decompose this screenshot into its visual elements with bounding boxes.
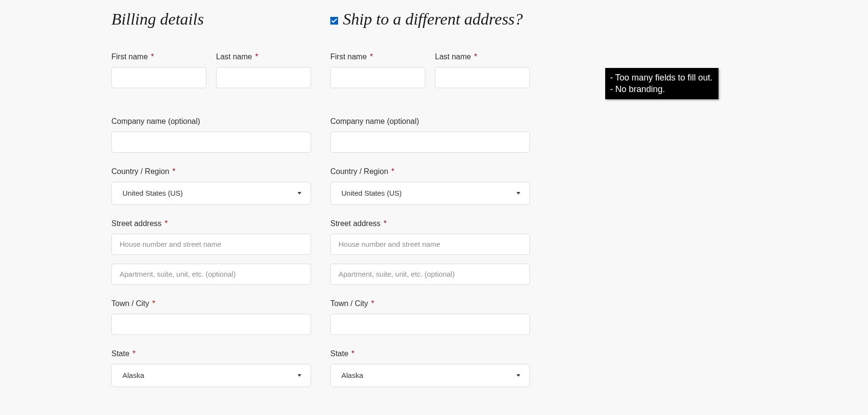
required-marker: * — [370, 53, 373, 61]
required-marker: * — [352, 349, 354, 358]
billing-country-label: Country / Region * — [111, 167, 311, 176]
shipping-last-name-input[interactable] — [435, 67, 530, 88]
billing-state-field: State * Alaska — [111, 349, 311, 387]
billing-street-label: Street address * — [111, 219, 311, 228]
label-text: Street address — [111, 219, 162, 228]
shipping-country-field: Country / Region * United States (US) — [330, 167, 530, 205]
shipping-city-label: Town / City * — [330, 299, 530, 308]
label-text: First name — [330, 53, 367, 61]
billing-company-field: Company name (optional) — [111, 117, 311, 153]
shipping-city-input[interactable] — [330, 314, 530, 335]
select-value: Alaska — [122, 371, 144, 379]
billing-state-label: State * — [111, 349, 311, 358]
billing-street1-input[interactable] — [111, 234, 311, 255]
shipping-state-field: State * Alaska — [330, 349, 530, 387]
required-marker: * — [165, 219, 168, 228]
billing-first-name-input[interactable] — [111, 67, 206, 88]
billing-last-name-label: Last name * — [216, 53, 311, 61]
shipping-country-select[interactable]: United States (US) — [330, 182, 530, 205]
billing-city-field: Town / City * — [111, 299, 311, 335]
billing-last-name-input[interactable] — [216, 67, 311, 88]
shipping-section: Ship to a different address? First name … — [330, 10, 530, 387]
ship-different-checkbox[interactable] — [330, 17, 338, 25]
required-marker: * — [151, 53, 154, 61]
label-text: Town / City — [111, 299, 149, 308]
annotation-line: - No branding. — [610, 83, 713, 95]
required-marker: * — [173, 167, 176, 175]
label-text: State — [330, 349, 348, 358]
required-marker: * — [474, 53, 477, 61]
label-text: Country / Region — [330, 167, 388, 175]
required-marker: * — [255, 53, 258, 61]
billing-section: Billing details First name * Last name *… — [111, 10, 311, 387]
label-text: First name — [111, 53, 148, 61]
shipping-street2-input[interactable] — [330, 264, 530, 285]
billing-state-select[interactable]: Alaska — [111, 364, 311, 387]
required-marker: * — [384, 219, 387, 228]
select-value: United States (US) — [341, 189, 402, 197]
annotation-line: - Too many fields to fill out. — [610, 72, 713, 83]
select-value: United States (US) — [122, 189, 183, 197]
label-text: Country / Region — [111, 167, 169, 175]
billing-street2-input[interactable] — [111, 264, 311, 285]
shipping-first-name-label: First name * — [330, 53, 425, 61]
shipping-street-label: Street address * — [330, 219, 530, 228]
select-value: Alaska — [341, 371, 363, 379]
label-text: Last name — [216, 53, 252, 61]
label-text: Last name — [435, 53, 471, 61]
label-text: State — [111, 349, 129, 358]
billing-city-input[interactable] — [111, 314, 311, 335]
shipping-street-field: Street address * — [330, 219, 530, 285]
required-marker: * — [371, 299, 374, 308]
shipping-last-name-field: Last name * — [435, 53, 530, 88]
billing-company-input[interactable] — [111, 132, 311, 153]
shipping-city-field: Town / City * — [330, 299, 530, 335]
shipping-title: Ship to a different address? — [343, 10, 523, 29]
shipping-state-label: State * — [330, 349, 530, 358]
shipping-company-field: Company name (optional) — [330, 117, 530, 153]
shipping-last-name-label: Last name * — [435, 53, 530, 61]
billing-street-field: Street address * — [111, 219, 311, 285]
shipping-first-name-field: First name * — [330, 53, 425, 88]
shipping-first-name-input[interactable] — [330, 67, 425, 88]
shipping-company-input[interactable] — [330, 132, 530, 153]
required-marker: * — [392, 167, 394, 175]
billing-country-select[interactable]: United States (US) — [111, 182, 311, 205]
billing-country-field: Country / Region * United States (US) — [111, 167, 311, 205]
shipping-company-label: Company name (optional) — [330, 117, 530, 126]
required-marker: * — [152, 299, 155, 308]
label-text: Town / City — [330, 299, 368, 308]
shipping-street1-input[interactable] — [330, 234, 530, 255]
billing-last-name-field: Last name * — [216, 53, 311, 88]
annotation-callout: - Too many fields to fill out. - No bran… — [605, 68, 719, 99]
billing-company-label: Company name (optional) — [111, 117, 311, 126]
shipping-state-select[interactable]: Alaska — [330, 364, 530, 387]
billing-first-name-label: First name * — [111, 53, 206, 61]
shipping-country-label: Country / Region * — [330, 167, 530, 176]
label-text: Street address — [330, 219, 380, 228]
billing-city-label: Town / City * — [111, 299, 311, 308]
required-marker: * — [133, 349, 136, 358]
billing-title: Billing details — [111, 10, 311, 29]
billing-first-name-field: First name * — [111, 53, 206, 88]
